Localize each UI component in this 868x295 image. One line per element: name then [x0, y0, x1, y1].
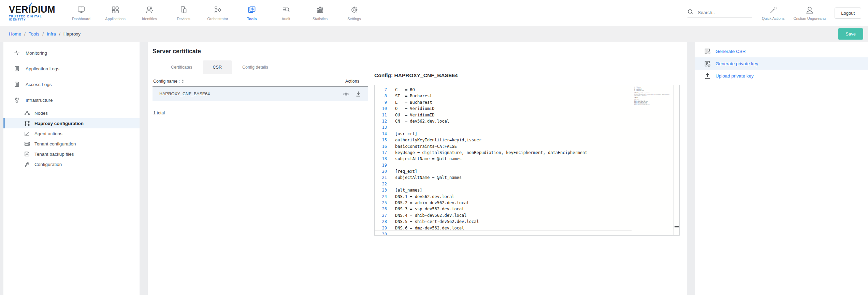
- current-line-marker: [675, 226, 679, 227]
- sidebar-item-agent-actions[interactable]: Agent actions: [3, 128, 140, 139]
- quick-actions-button[interactable]: Quick Actions: [762, 6, 785, 20]
- sidebar-item-access-logs[interactable]: Access Logs: [3, 76, 140, 92]
- nav-item-tools[interactable]: Tools: [235, 5, 269, 21]
- sidebar-item-monitoring[interactable]: Monitoring: [3, 45, 140, 61]
- identities-icon: [145, 5, 154, 15]
- editor-minimap[interactable]: C = RO ST = Bucharest L = Bucharest O = …: [634, 86, 672, 230]
- tab-csr[interactable]: CSR: [203, 60, 232, 74]
- sidebar-item-tenant-configuration[interactable]: Tenant configuration: [3, 139, 140, 149]
- breadcrumb-current: Haproxy: [63, 31, 81, 37]
- nav-item-devices[interactable]: Devices: [167, 5, 201, 21]
- code-line: 28DNS.5 = shib-cert-dev562.dev.local: [375, 218, 632, 224]
- nav-item-identities[interactable]: Identities: [132, 5, 167, 21]
- nav-item-dashboard[interactable]: Dashboard: [64, 5, 98, 21]
- download-icon[interactable]: [356, 91, 361, 97]
- tab-config-details[interactable]: Config details: [232, 60, 278, 74]
- upload-icon: [704, 73, 711, 79]
- line-number: 23: [375, 187, 387, 193]
- code-line: 25DNS.2 = admin-dev562.dev.local: [375, 199, 632, 206]
- generate-csr-button[interactable]: Generate CSR: [695, 45, 868, 57]
- search-input[interactable]: [698, 10, 746, 15]
- navbar-divider: [682, 5, 682, 20]
- table-row[interactable]: HAPROXY_CNF_BASE64: [153, 87, 368, 101]
- server-stack-icon: [24, 141, 30, 146]
- line-number: 15: [375, 137, 387, 142]
- line-number: 28: [375, 219, 387, 224]
- content-area: Monitoring Application Logs Access Logs: [0, 42, 868, 295]
- applications-icon: [111, 5, 120, 15]
- logo-checkmark-icon: ✓: [27, 1, 34, 9]
- nav-item-statistics[interactable]: Statistics: [303, 5, 337, 21]
- line-number: 16: [375, 143, 387, 149]
- code-editor[interactable]: 7C = RO 8ST = Bucharest 9L = Bucharest 1…: [374, 85, 680, 236]
- sidebar-item-configuration[interactable]: Configuration: [3, 159, 140, 169]
- editor-scrollbar[interactable]: [674, 85, 679, 235]
- nav-item-applications[interactable]: Applications: [98, 5, 132, 21]
- code-line: 30: [375, 231, 632, 236]
- line-text: DNS.3 = ssp-dev562.dev.local: [395, 206, 464, 211]
- eye-icon[interactable]: [343, 92, 349, 96]
- line-text: keyUsage = digitalSignature, nonRepudiat…: [395, 150, 588, 155]
- nav-item-settings[interactable]: Settings: [337, 5, 371, 21]
- nav-label: Devices: [177, 17, 190, 21]
- code-line: 16basicConstraints=CA:FALSE: [375, 143, 632, 149]
- line-number: 9: [375, 99, 387, 105]
- tools-icon: [247, 5, 256, 15]
- line-text: CN = dev562.dev.local: [395, 118, 449, 124]
- sidebar-item-label: Access Logs: [26, 82, 52, 87]
- top-navbar: VERIDIUM ✓ TRUSTED DIGITAL IDENTITY Dash…: [0, 0, 868, 26]
- config-name-header[interactable]: Config name :: [153, 79, 184, 84]
- nav-item-orchestrator[interactable]: Orchestrator: [201, 5, 235, 21]
- nav-item-audit[interactable]: Audit: [269, 5, 303, 21]
- breadcrumb-tools[interactable]: Tools: [29, 31, 40, 37]
- upload-private-key-button[interactable]: Upload private key: [695, 70, 868, 82]
- graph-icon: [24, 121, 30, 126]
- sidebar-item-label: Agent actions: [34, 131, 62, 136]
- logo-wordmark: VERIDIUM ✓: [9, 5, 60, 14]
- save-button[interactable]: Save: [838, 28, 863, 40]
- line-number: 27: [375, 212, 387, 218]
- sidebar-item-tenant-backup-files[interactable]: Tenant backup files: [3, 149, 140, 159]
- code-line: 12CN = dev562.dev.local: [375, 118, 632, 124]
- code-line: 19: [375, 162, 632, 168]
- breadcrumb-home[interactable]: Home: [9, 31, 21, 37]
- sidebar-item-application-logs[interactable]: Application Logs: [3, 61, 140, 76]
- breadcrumb-bar: Home / Tools / Infra / Haproxy Save: [0, 26, 868, 42]
- tab-certificates[interactable]: Certificates: [161, 60, 203, 74]
- line-number: 25: [375, 200, 387, 205]
- logout-button[interactable]: Logout: [835, 8, 861, 19]
- code-line: 17keyUsage = digitalSignature, nonRepudi…: [375, 149, 632, 155]
- generate-doc-icon: [704, 60, 711, 67]
- code-lines: 7C = RO 8ST = Bucharest 9L = Bucharest 1…: [375, 86, 632, 236]
- line-text: [alt_names]: [395, 187, 422, 193]
- code-line: 18subjectAltName = @alt_names: [375, 155, 632, 161]
- line-text: DNS.1 = dev562.dev.local: [395, 194, 454, 199]
- user-menu[interactable]: Cristian Ungureanu: [793, 6, 826, 20]
- sidebar-item-haproxy-configuration[interactable]: Haproxy configuration: [3, 118, 140, 128]
- line-number: 14: [375, 131, 387, 136]
- page-title: Server certificate: [153, 48, 682, 55]
- line-number: 24: [375, 194, 387, 199]
- infrastructure-icon: [14, 97, 20, 103]
- config-name-header-label: Config name :: [153, 79, 180, 84]
- sidebar-item-infrastructure[interactable]: Infrastructure: [3, 92, 140, 108]
- logo-tagline: TRUSTED DIGITAL IDENTITY: [9, 15, 60, 21]
- action-label: Generate private key: [715, 61, 758, 66]
- row-actions: [343, 91, 361, 97]
- sidebar-item-nodes[interactable]: Nodes: [3, 108, 140, 118]
- breadcrumb-infra[interactable]: Infra: [47, 31, 56, 37]
- dashboard-icon: [77, 5, 86, 15]
- breadcrumb-separator: /: [24, 31, 26, 37]
- line-text: [usr_crt]: [395, 131, 417, 136]
- navbar-right: Quick Actions Cristian Ungureanu Logout: [682, 0, 868, 26]
- generate-private-key-button[interactable]: Generate private key: [695, 57, 868, 70]
- code-line: 20[req_ext]: [375, 168, 632, 174]
- breadcrumb-separator: /: [59, 31, 60, 37]
- line-number: 19: [375, 162, 387, 168]
- code-line: 10O = VeridiumID: [375, 105, 632, 111]
- document-icon: [14, 66, 20, 71]
- line-text: [req_ext]: [395, 168, 417, 174]
- action-label: Generate CSR: [715, 49, 746, 54]
- search-box[interactable]: [688, 9, 752, 17]
- veridium-logo: VERIDIUM ✓ TRUSTED DIGITAL IDENTITY: [9, 5, 60, 21]
